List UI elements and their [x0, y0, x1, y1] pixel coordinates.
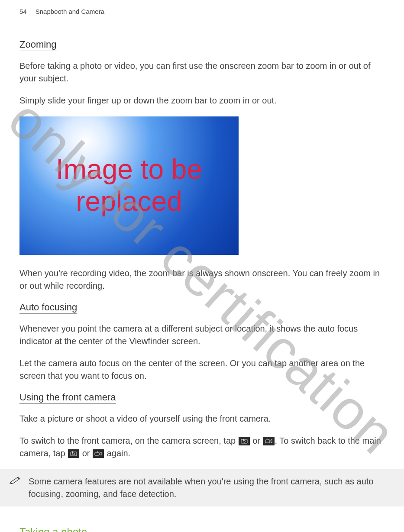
- autofocus-p1: Whenever you point the camera at a diffe…: [19, 322, 385, 348]
- zooming-heading: Zooming: [19, 39, 57, 51]
- frontcam-p2d: or: [80, 448, 92, 458]
- frontcam-heading: Using the front camera: [19, 392, 116, 404]
- frontcam-p2: To switch to the front camera, on the ca…: [19, 435, 385, 460]
- svg-rect-5: [95, 452, 99, 455]
- pencil-icon: [10, 475, 22, 486]
- video-switch-icon: [263, 437, 275, 445]
- chapter-title: Snapbooth and Camera: [36, 8, 104, 15]
- autofocus-p2: Let the camera auto focus on the center …: [19, 357, 385, 382]
- zoom-image-placeholder: Image to be replaced: [19, 116, 239, 255]
- page-number: 54: [19, 8, 27, 15]
- photo-switch-icon: [239, 437, 250, 445]
- photo-switch-icon-2: [68, 449, 79, 458]
- svg-rect-2: [265, 440, 270, 443]
- note-text: Some camera features are not available w…: [29, 475, 385, 500]
- frontcam-p2b: or: [250, 436, 263, 445]
- svg-point-1: [243, 440, 245, 442]
- frontcam-p1: Take a picture or shoot a video of yours…: [19, 413, 385, 425]
- image-overlay-text: Image to be replaced: [19, 154, 239, 217]
- svg-point-4: [73, 453, 75, 455]
- autofocus-heading: Auto focusing: [19, 302, 77, 314]
- zooming-p3: When you're recording video, the zoom ba…: [19, 267, 385, 292]
- video-switch-icon-2: [93, 449, 104, 458]
- frontcam-p2e: again.: [104, 448, 130, 458]
- frontcam-p2a: To switch to the front camera, on the ca…: [19, 436, 238, 445]
- taking-photo-title: Taking a photo: [19, 523, 385, 532]
- zooming-p1: Before taking a photo or video, you can …: [19, 60, 385, 85]
- front-camera-note: Some camera features are not available w…: [0, 469, 404, 506]
- svg-rect-0: [241, 439, 247, 443]
- svg-rect-3: [71, 452, 77, 456]
- dotted-line-top: [19, 518, 385, 518]
- zooming-p2: Simply slide your finger up or down the …: [19, 94, 385, 107]
